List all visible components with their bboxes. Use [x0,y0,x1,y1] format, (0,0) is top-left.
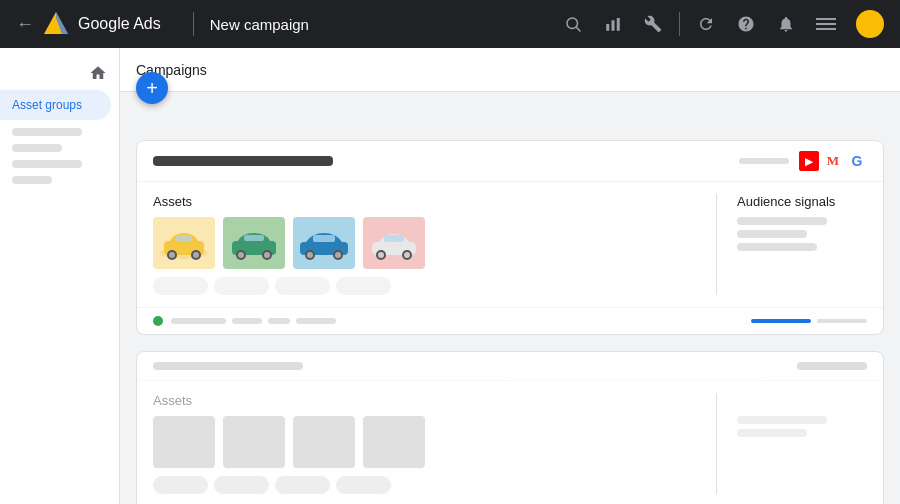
sidebar-nav-items-placeholder [0,120,119,192]
nav-icon-divider [679,12,680,36]
card-2-divider [716,393,717,494]
audience-line-placeholder-1 [737,416,827,424]
status-dot-1 [153,316,163,326]
home-icon [89,64,107,82]
user-avatar[interactable] [856,10,884,38]
asset-image-placeholder-1 [153,416,215,468]
refresh-icon [697,15,715,33]
hamburger-line-3 [816,28,836,30]
svg-rect-6 [617,18,620,31]
asset-tags-1 [153,277,696,295]
card-2-header [137,352,883,381]
progress-bar-gray [817,319,867,323]
card-1-header: ▶ M G [137,141,883,182]
asset-image-1[interactable] [153,217,215,269]
card-2-header-right-placeholder [797,362,867,370]
svg-point-28 [378,252,384,258]
audience-line-1 [737,217,827,225]
sidebar-placeholder-line-2 [12,144,62,152]
google-ads-logo-icon [42,10,70,38]
svg-point-24 [335,252,341,258]
asset-images-2 [153,416,696,468]
assets-section-2: Assets [153,393,696,494]
hamburger-line-2 [816,23,836,25]
asset-group-card-2: Assets [136,351,884,504]
svg-rect-13 [176,235,192,241]
asset-image-2[interactable] [223,217,285,269]
app-layout: Asset groups Campaigns + [0,48,900,504]
sidebar-home-button[interactable] [0,56,119,90]
card-1-title-placeholder [153,156,333,166]
car-2-icon [226,223,282,263]
content-area: + ▶ M G [120,92,900,504]
footer-progress-1 [751,319,867,323]
card-1-divider [716,194,717,295]
refresh-icon-button[interactable] [688,6,724,42]
svg-point-22 [307,252,313,258]
footer-line-3 [268,318,290,324]
asset-tags-2 [153,476,696,494]
sidebar-item-asset-groups-label: Asset groups [12,98,82,112]
campaign-title-label: New campaign [210,16,309,33]
app-logo: Google Ads [42,10,161,38]
audience-section-1: Audience signals [737,194,867,295]
back-button[interactable]: ← [16,14,34,35]
asset-tag-placeholder-4 [336,476,391,494]
gmail-icon: M [823,151,843,171]
assets-label-2: Assets [153,393,696,408]
audience-signals-label-1: Audience signals [737,194,867,209]
main-content: Campaigns + ▶ M G [120,48,900,504]
sidebar-item-asset-groups[interactable]: Asset groups [0,90,111,120]
svg-point-16 [238,252,244,258]
audience-section-2 [737,393,867,494]
tools-icon-button[interactable] [635,6,671,42]
help-icon-button[interactable] [728,6,764,42]
asset-image-3[interactable] [293,217,355,269]
bell-icon [777,15,795,33]
assets-label-1: Assets [153,194,696,209]
footer-line-4 [296,318,336,324]
add-asset-group-button[interactable]: + [136,72,168,104]
svg-point-12 [193,252,199,258]
notifications-icon-button[interactable] [768,6,804,42]
top-navigation: ← Google Ads New campaign [0,0,900,48]
reports-icon-button[interactable] [595,6,631,42]
hamburger-menu-button[interactable] [816,18,836,30]
wrench-icon [644,15,662,33]
sidebar-placeholder-line-4 [12,176,52,184]
sidebar: Asset groups [0,48,120,504]
sidebar-placeholder-line-3 [12,160,82,168]
asset-tag-2 [214,277,269,295]
car-4-icon [366,223,422,263]
asset-image-placeholder-4 [363,416,425,468]
nav-icon-group [555,6,884,42]
progress-bar-blue [751,319,811,323]
nav-divider [193,12,194,36]
card-1-header-line [739,158,789,164]
assets-section-1: Assets [153,194,696,295]
audience-signals-label-2 [737,393,867,408]
car-1-icon [156,223,212,263]
asset-tag-placeholder-3 [275,476,330,494]
svg-point-30 [404,252,410,258]
youtube-icon: ▶ [799,151,819,171]
asset-tag-1 [153,277,208,295]
svg-line-3 [576,27,580,31]
audience-line-2 [737,230,807,238]
asset-image-4[interactable] [363,217,425,269]
svg-rect-19 [244,235,264,241]
card-2-body: Assets [137,381,883,504]
card-2-title-placeholder [153,362,303,370]
help-icon [737,15,755,33]
app-name-label: Google Ads [78,15,161,33]
svg-point-18 [264,252,270,258]
search-icon-button[interactable] [555,6,591,42]
svg-rect-31 [384,235,404,242]
svg-point-2 [567,18,578,29]
google-icon: G [847,151,867,171]
asset-images-1 [153,217,696,269]
breadcrumb-bar: Campaigns [120,48,900,92]
svg-point-10 [169,252,175,258]
asset-image-placeholder-3 [293,416,355,468]
asset-image-placeholder-2 [223,416,285,468]
